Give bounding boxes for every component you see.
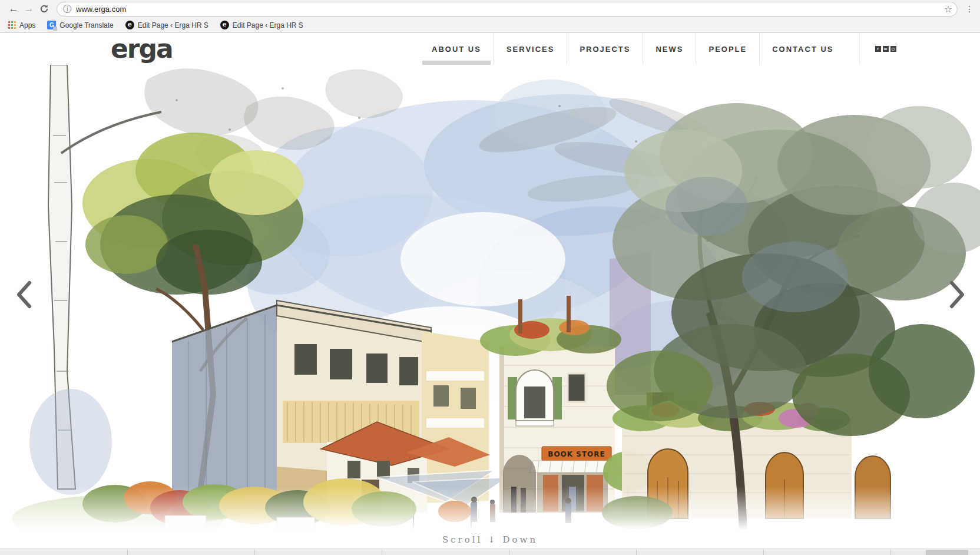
strip-divider (127, 550, 128, 555)
strip-block (926, 550, 968, 555)
bookmark-google-translate[interactable]: G Google Translate (47, 21, 113, 29)
prev-slide-button[interactable] (13, 278, 37, 311)
next-section-strip (0, 549, 980, 555)
strip-divider (509, 550, 509, 555)
bookmarks-bar: Apps G Google Translate e Edit Page ‹ Er… (0, 18, 980, 32)
nav-services[interactable]: SERVICES (494, 33, 567, 65)
chevron-right-icon (952, 283, 962, 306)
bookmark-edit-page-1[interactable]: e Edit Page ‹ Erga HR S (125, 21, 208, 29)
bookstore-sign: BOOK STORE (548, 450, 605, 458)
scroll-hint-bar: Scroll ↓ Down (0, 530, 980, 549)
hero-illustration: BOOK STORE (0, 65, 980, 530)
browser-chrome: ← → ⓘ www.erga.com ☆ ⋮ Apps G Go (0, 0, 980, 33)
nav-people[interactable]: PEOPLE (696, 33, 759, 65)
bookmark-star-icon[interactable]: ☆ (944, 4, 952, 15)
strip-divider (254, 550, 255, 555)
nav-contact-us[interactable]: CONTACT US (759, 33, 846, 65)
chevron-left-icon (19, 283, 29, 306)
url-text[interactable]: www.erga.com (76, 5, 944, 14)
erga-e-icon: e (220, 21, 229, 29)
main-nav: ABOUT US SERVICES PROJECTS NEWS PEOPLE C… (419, 33, 896, 65)
site-header: erga ABOUT US SERVICES PROJECTS NEWS PEO… (0, 33, 980, 65)
strip-divider (890, 550, 891, 555)
bookmark-label: Google Translate (59, 21, 113, 29)
apps-grid-icon (8, 21, 16, 29)
strip-divider (763, 550, 764, 555)
bookmark-label: Edit Page ‹ Erga HR S (138, 21, 208, 29)
browser-menu-icon[interactable]: ⋮ (964, 4, 975, 14)
back-icon[interactable]: ← (6, 1, 21, 16)
facebook-icon[interactable]: f (875, 46, 881, 52)
scroll-down-label[interactable]: Scroll ↓ Down (442, 534, 538, 545)
url-bar[interactable]: ⓘ www.erga.com ☆ (57, 2, 958, 16)
erga-logo[interactable]: erga (111, 34, 173, 64)
nav-about-us[interactable]: ABOUT US (419, 33, 494, 65)
forward-icon[interactable]: → (21, 1, 37, 16)
browser-toolbar: ← → ⓘ www.erga.com ☆ ⋮ (0, 0, 980, 18)
hero-slide: BOOK STORE (0, 65, 980, 530)
browser-window: ← → ⓘ www.erga.com ☆ ⋮ Apps G Go (0, 0, 980, 555)
google-translate-icon: G (47, 21, 56, 29)
strip-divider (382, 550, 382, 555)
next-slide-button[interactable] (945, 278, 968, 311)
nav-projects[interactable]: PROJECTS (567, 33, 643, 65)
strip-divider (636, 550, 637, 555)
instagram-icon[interactable]: ◻ (890, 46, 896, 52)
bookmark-edit-page-2[interactable]: e Edit Page ‹ Erga HR S (220, 21, 303, 29)
linkedin-icon[interactable]: in (883, 46, 889, 52)
apps-shortcut[interactable]: Apps (8, 21, 35, 29)
social-icons: f in ◻ (859, 33, 896, 65)
nav-news[interactable]: NEWS (643, 33, 696, 65)
bookmark-label: Edit Page ‹ Erga HR S (233, 21, 303, 29)
reload-icon[interactable] (37, 1, 52, 16)
erga-e-icon: e (125, 21, 134, 29)
page-info-icon[interactable]: ⓘ (63, 5, 71, 13)
apps-label: Apps (19, 21, 35, 29)
